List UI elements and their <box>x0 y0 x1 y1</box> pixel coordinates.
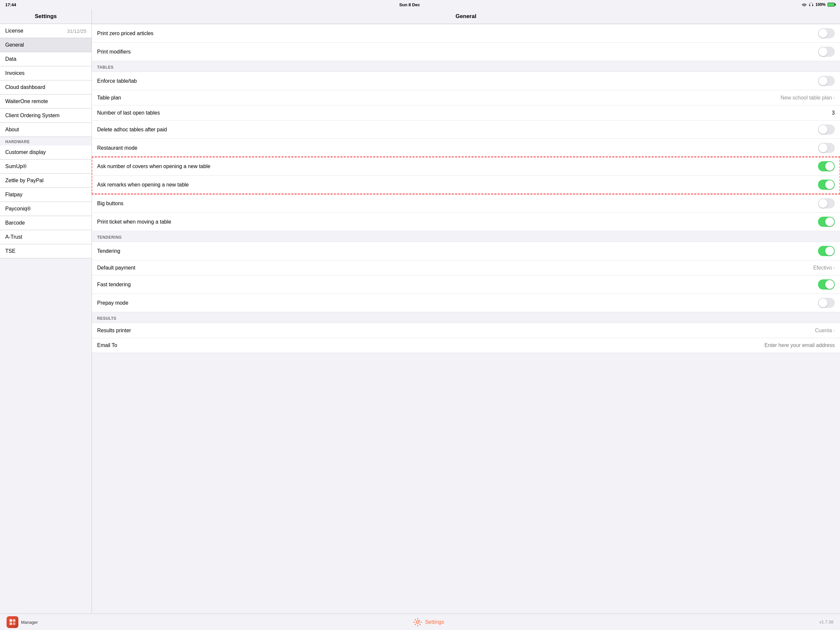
results-section-label: RESULTS <box>92 312 840 323</box>
sidebar-item-invoices[interactable]: Invoices <box>0 66 92 81</box>
svg-rect-0 <box>9 619 12 622</box>
sidebar-item-barcode-label: Barcode <box>5 220 25 226</box>
highlighted-section: Ask number of covers when opening a new … <box>92 157 840 194</box>
app-info: Manager <box>6 616 38 628</box>
row-default-payment[interactable]: Default payment Efectivo › <box>92 260 840 275</box>
status-bar: 17:44 Sun 8 Dec 100% <box>0 0 840 9</box>
sidebar-item-payconiq-label: Payconiq® <box>5 206 31 212</box>
app-logo-icon <box>9 619 16 626</box>
results-section: RESULTS Results printer Cuenta › Email T… <box>92 312 840 353</box>
row-default-payment-value: Efectivo › <box>813 265 835 271</box>
sidebar-item-client-ordering-system[interactable]: Client Ordering System <box>0 109 92 123</box>
status-time-date: 17:44 <box>5 2 16 7</box>
row-results-printer-value: Cuenta › <box>815 328 835 334</box>
sidebar-item-customer-display[interactable]: Customer display <box>0 146 92 160</box>
row-results-printer-label: Results printer <box>97 328 131 334</box>
row-print-zero-priced: Print zero priced articles <box>92 24 840 42</box>
row-tendering-label: Tendering <box>97 248 120 254</box>
row-results-printer[interactable]: Results printer Cuenta › <box>92 323 840 338</box>
sidebar-item-tse-label: TSE <box>5 248 16 254</box>
row-email-to-label: Email To <box>97 342 117 348</box>
row-print-ticket-moving-label: Print ticket when moving a table <box>97 219 171 225</box>
row-tendering: Tendering <box>92 242 840 260</box>
toggle-print-zero-priced[interactable] <box>818 28 835 38</box>
svg-rect-3 <box>13 622 16 625</box>
sidebar-item-sumup-label: SumUp® <box>5 163 27 169</box>
row-print-modifiers: Print modifiers <box>92 42 840 61</box>
row-email-to: Email To <box>92 338 840 353</box>
toggle-restaurant-mode[interactable] <box>818 143 835 153</box>
row-ask-covers: Ask number of covers when opening a new … <box>92 157 840 175</box>
toggle-enforce-table[interactable] <box>818 76 835 86</box>
version-label: v1.7.38 <box>819 619 834 624</box>
sidebar-item-flatpay[interactable]: Flatpay <box>0 188 92 202</box>
sidebar-item-flatpay-label: Flatpay <box>5 192 22 198</box>
email-to-input[interactable] <box>117 342 835 348</box>
hardware-section-header: HARDWARE <box>0 137 92 146</box>
sidebar-item-zettle[interactable]: Zettle by PayPal <box>0 174 92 188</box>
top-settings-section: Print zero priced articles Print modifie… <box>92 24 840 61</box>
toggle-fast-tendering[interactable] <box>818 279 835 290</box>
main-header: General <box>92 9 840 24</box>
sidebar-item-waiterone-remote[interactable]: WaiterOne remote <box>0 95 92 109</box>
sidebar-item-about[interactable]: About <box>0 123 92 137</box>
sidebar-item-a-trust[interactable]: A-Trust <box>0 230 92 244</box>
toggle-tendering[interactable] <box>818 246 835 256</box>
tendering-section-label: TENDERING <box>92 231 840 242</box>
row-prepay-mode: Prepay mode <box>92 293 840 312</box>
row-default-payment-label: Default payment <box>97 265 136 271</box>
sidebar-item-license-label: License <box>5 28 23 34</box>
gear-icon <box>413 617 422 627</box>
toggle-big-buttons[interactable] <box>818 198 835 209</box>
sidebar-item-license[interactable]: License 31/12/25 <box>0 24 92 38</box>
sidebar-item-client-ordering-system-label: Client Ordering System <box>5 112 59 119</box>
row-table-plan-label: Table plan <box>97 95 121 101</box>
svg-rect-1 <box>13 619 16 622</box>
battery-percent: 100% <box>815 2 826 7</box>
toggle-print-modifiers[interactable] <box>818 47 835 57</box>
row-print-ticket-moving: Print ticket when moving a table <box>92 212 840 231</box>
row-last-open-tables: Number of last open tables 3 <box>92 105 840 120</box>
tables-section: TABLES Enforce table/tab Table plan New … <box>92 61 840 231</box>
sidebar-item-tse[interactable]: TSE <box>0 244 92 258</box>
sidebar-item-payconiq[interactable]: Payconiq® <box>0 202 92 216</box>
row-print-zero-priced-label: Print zero priced articles <box>97 30 153 36</box>
row-fast-tendering-label: Fast tendering <box>97 282 131 288</box>
row-table-plan-value: New school table plan › <box>781 95 835 101</box>
row-enforce-table: Enforce table/tab <box>92 71 840 90</box>
toggle-ask-remarks[interactable] <box>818 180 835 190</box>
status-bar-right: 100% <box>802 2 835 7</box>
app-container: Settings License 31/12/25 General Data I… <box>0 9 840 614</box>
tendering-section: TENDERING Tendering Default payment Efec… <box>92 231 840 312</box>
sidebar-item-sumup[interactable]: SumUp® <box>0 160 92 174</box>
toggle-ask-covers[interactable] <box>818 161 835 171</box>
app-name-label: Manager <box>21 620 38 625</box>
sidebar-item-a-trust-label: A-Trust <box>5 234 22 240</box>
sidebar-item-cloud-dashboard-label: Cloud dashboard <box>5 84 45 90</box>
row-ask-covers-label: Ask number of covers when opening a new … <box>97 163 210 169</box>
bottom-bar-settings[interactable]: Settings <box>413 617 444 627</box>
row-table-plan[interactable]: Table plan New school table plan › <box>92 90 840 105</box>
toggle-print-ticket-moving[interactable] <box>818 217 835 227</box>
sidebar-item-data[interactable]: Data <box>0 52 92 66</box>
sidebar-item-cloud-dashboard[interactable]: Cloud dashboard <box>0 81 92 95</box>
battery-icon <box>827 3 835 6</box>
status-date: Sun 8 Dec <box>399 2 420 7</box>
sidebar-item-customer-display-label: Customer display <box>5 149 46 155</box>
toggle-prepay-mode[interactable] <box>818 298 835 308</box>
row-last-open-tables-label: Number of last open tables <box>97 110 160 116</box>
row-delete-adhoc-label: Delete adhoc tables after paid <box>97 127 167 133</box>
sidebar-item-general-label: General <box>5 42 24 48</box>
sidebar-item-general[interactable]: General <box>0 38 92 52</box>
row-ask-remarks-label: Ask remarks when opening a new table <box>97 182 189 188</box>
sidebar-item-license-value: 31/12/25 <box>67 28 86 34</box>
toggle-delete-adhoc[interactable] <box>818 124 835 135</box>
wifi-icon <box>802 3 807 6</box>
row-last-open-tables-value: 3 <box>832 110 835 116</box>
main-content: General Print zero priced articles Print… <box>92 9 840 614</box>
bottom-bar: Manager Settings v1.7.38 <box>0 614 840 630</box>
row-fast-tendering: Fast tendering <box>92 275 840 293</box>
row-restaurant-mode-label: Restaurant mode <box>97 145 137 151</box>
sidebar-title: Settings <box>0 9 92 24</box>
sidebar-item-barcode[interactable]: Barcode <box>0 216 92 230</box>
